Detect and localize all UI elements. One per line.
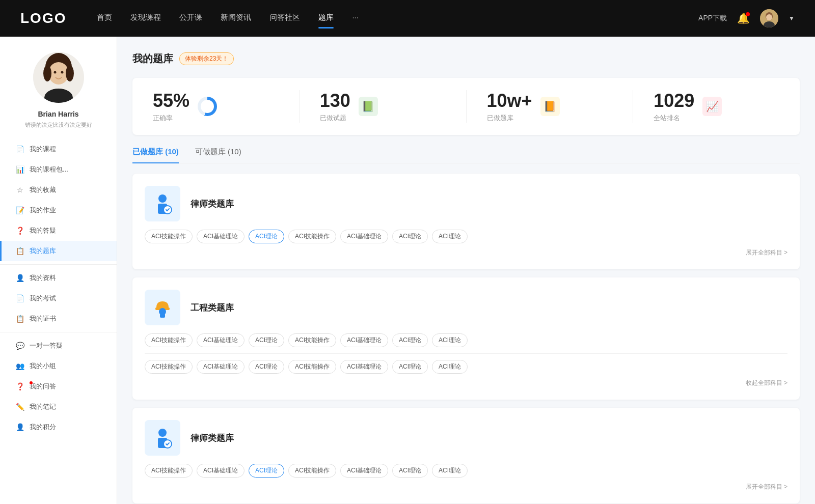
sidebar-item-label: 我的收藏	[30, 185, 56, 194]
svg-point-9	[66, 65, 74, 81]
lawyer-svg-1	[151, 192, 174, 215]
nav-news[interactable]: 新闻资讯	[221, 13, 251, 24]
stat-accuracy-content: 55% 正确率	[153, 90, 189, 123]
page-title: 我的题库	[132, 52, 173, 66]
tag-eng-r2-1[interactable]: ACI基础理论	[197, 360, 244, 374]
nav-home[interactable]: 首页	[97, 13, 112, 24]
tag-eng-r1-3[interactable]: ACI技能操作	[288, 333, 336, 347]
qbank-card-engineer: 工程类题库 ACI技能操作 ACI基础理论 ACI理论 ACI技能操作 ACI基…	[132, 277, 800, 400]
nav-opencourse[interactable]: 公开课	[179, 13, 202, 24]
nav-qa[interactable]: 问答社区	[269, 13, 300, 24]
avatar[interactable]	[760, 9, 778, 27]
sidebar-item-qa[interactable]: ❓ 我的答疑	[0, 220, 117, 241]
qbank-title-engineer: 工程类题库	[191, 302, 234, 314]
sidebar-divider-1	[0, 264, 117, 265]
tag-eng-r1-0[interactable]: ACI技能操作	[145, 333, 193, 347]
nav-discover[interactable]: 发现课程	[130, 13, 161, 24]
doc-green-icon: 📗	[362, 100, 374, 113]
qbank-icon-engineer	[145, 290, 180, 325]
qbank-expand-lawyer-2[interactable]: 展开全部科目 >	[145, 483, 787, 491]
avatar-dropdown-arrow[interactable]: ▼	[789, 15, 795, 22]
tag-lawyer-2-0[interactable]: ACI技能操作	[145, 464, 193, 478]
tag-lawyer-1-0[interactable]: ACI技能操作	[145, 230, 193, 243]
sidebar-item-group[interactable]: 👥 我的小组	[0, 356, 117, 376]
qbank-icon-lawyer-1	[145, 186, 180, 221]
tag-lawyer-2-2[interactable]: ACI理论	[249, 464, 284, 478]
tag-lawyer-2-6[interactable]: ACI理论	[432, 464, 468, 478]
sidebar-item-notes[interactable]: ✏️ 我的笔记	[0, 397, 117, 417]
sidebar-item-course[interactable]: 📄 我的课程	[0, 139, 117, 159]
tag-eng-r2-2[interactable]: ACI理论	[249, 360, 284, 374]
sidebar-item-coursepack[interactable]: 📊 我的课程包...	[0, 159, 117, 180]
tag-eng-r1-4[interactable]: ACI基础理论	[340, 333, 388, 347]
sidebar-item-one-on-one[interactable]: 💬 一对一答疑	[0, 335, 117, 356]
app-download-button[interactable]: APP下载	[698, 14, 727, 23]
coursepack-icon: 📊	[15, 165, 24, 174]
course-icon: 📄	[15, 145, 24, 154]
stat-accuracy: 55% 正确率	[132, 90, 300, 123]
notification-bell[interactable]: 🔔	[737, 12, 750, 24]
qbank-header-engineer: 工程类题库	[145, 290, 787, 325]
sidebar-item-label: 我的资料	[30, 273, 56, 283]
lawyer-svg-2	[151, 427, 174, 449]
nav-more[interactable]: ···	[352, 13, 359, 24]
profile-icon: 👤	[15, 273, 24, 283]
sidebar-divider-2	[0, 332, 117, 332]
tab-available[interactable]: 可做题库 (10)	[195, 147, 241, 163]
sidebar-item-profile[interactable]: 👤 我的资料	[0, 268, 117, 288]
qbank-expand-lawyer-1[interactable]: 展开全部科目 >	[145, 248, 787, 257]
tags-row-engineer-2: ACI技能操作 ACI基础理论 ACI理论 ACI技能操作 ACI基础理论 AC…	[145, 360, 787, 374]
qbank-card-lawyer-1: 律师类题库 ACI技能操作 ACI基础理论 ACI理论 ACI技能操作 ACI基…	[132, 174, 800, 269]
nav-questionbank[interactable]: 题库	[318, 13, 334, 24]
svg-rect-17	[160, 314, 165, 318]
tag-eng-r2-3[interactable]: ACI技能操作	[288, 360, 336, 374]
sidebar-item-label: 我的小组	[30, 361, 56, 371]
tag-eng-r2-4[interactable]: ACI基础理论	[340, 360, 388, 374]
sidebar-item-questions[interactable]: ❓ 我的问答	[0, 376, 117, 397]
trial-badge: 体验剩余23天！	[179, 52, 234, 65]
done-questions-icon: 📗	[359, 97, 378, 116]
stat-done-banks-content: 10w+ 已做题库	[487, 90, 532, 123]
points-icon: 👤	[15, 423, 24, 432]
tag-lawyer-1-3[interactable]: ACI技能操作	[288, 230, 336, 243]
sidebar-item-questionbank[interactable]: 📋 我的题库	[0, 241, 117, 261]
sidebar-item-favorites[interactable]: ☆ 我的收藏	[0, 180, 117, 200]
tag-eng-r2-5[interactable]: ACI理论	[392, 360, 428, 374]
tag-lawyer-1-5[interactable]: ACI理论	[392, 230, 428, 243]
sidebar-item-certificate[interactable]: 📋 我的证书	[0, 309, 117, 329]
tag-lawyer-2-5[interactable]: ACI理论	[392, 464, 428, 478]
qbank-title-lawyer-1: 律师类题库	[191, 198, 234, 210]
tag-eng-r1-5[interactable]: ACI理论	[392, 333, 428, 347]
tag-eng-r1-1[interactable]: ACI基础理论	[197, 333, 244, 347]
tag-lawyer-2-4[interactable]: ACI基础理论	[340, 464, 388, 478]
tag-lawyer-1-4[interactable]: ACI基础理论	[340, 230, 388, 243]
tag-lawyer-1-1[interactable]: ACI基础理论	[197, 230, 244, 243]
sidebar-item-points[interactable]: 👤 我的积分	[0, 417, 117, 437]
qbank-divider-engineer	[145, 353, 787, 354]
main-content: 我的题库 体验剩余23天！ 55% 正确率 130 已做试题 📗	[117, 37, 815, 504]
tag-lawyer-1-2[interactable]: ACI理论	[249, 230, 284, 243]
tag-lawyer-1-6[interactable]: ACI理论	[432, 230, 468, 243]
tag-lawyer-2-1[interactable]: ACI基础理论	[197, 464, 244, 478]
certificate-icon: 📋	[15, 314, 24, 323]
qbank-collapse-engineer[interactable]: 收起全部科目 >	[145, 379, 787, 387]
tag-eng-r2-6[interactable]: ACI理论	[432, 360, 468, 374]
tag-eng-r2-0[interactable]: ACI技能操作	[145, 360, 193, 374]
stat-done-banks: 10w+ 已做题库 📙	[467, 90, 634, 123]
tag-eng-r1-6[interactable]: ACI理论	[432, 333, 468, 347]
tag-eng-r1-2[interactable]: ACI理论	[249, 333, 284, 347]
stat-accuracy-label: 正确率	[153, 114, 189, 123]
one-on-one-icon: 💬	[15, 341, 24, 350]
qa-icon: ❓	[15, 226, 24, 235]
stats-card: 55% 正确率 130 已做试题 📗 10w+ 已做题库	[132, 78, 800, 135]
engineer-svg	[151, 296, 174, 319]
avatar-svg	[760, 9, 778, 27]
stat-ranking-content: 1029 全站排名	[654, 90, 694, 123]
sidebar-item-label: 我的笔记	[30, 402, 56, 411]
questions-dot	[30, 381, 33, 384]
tag-lawyer-2-3[interactable]: ACI技能操作	[288, 464, 336, 478]
sidebar-item-exam[interactable]: 📄 我的考试	[0, 288, 117, 309]
tab-done[interactable]: 已做题库 (10)	[132, 147, 179, 163]
sidebar-motto: 错误的决定比没有决定要好	[15, 121, 102, 129]
sidebar-item-homework[interactable]: 📝 我的作业	[0, 200, 117, 220]
